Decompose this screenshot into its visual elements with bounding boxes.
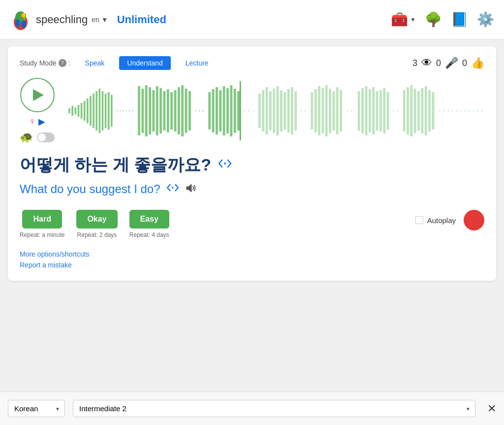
svg-rect-57 — [248, 110, 249, 112]
svg-rect-61 — [266, 87, 268, 134]
svg-rect-106 — [452, 110, 453, 112]
svg-rect-105 — [447, 110, 448, 112]
svg-rect-104 — [443, 110, 444, 112]
stat3-number: 0 — [462, 58, 467, 68]
english-text: What do you suggest I do? — [20, 182, 484, 196]
svg-rect-8 — [68, 108, 70, 113]
svg-rect-95 — [407, 87, 409, 134]
svg-rect-77 — [329, 89, 331, 133]
settings-button[interactable]: ⚙️ — [477, 11, 494, 28]
svg-rect-46 — [202, 110, 203, 112]
header-icons: 🧰 ▼ 🌳 📘 ⚙️ — [391, 11, 494, 28]
easy-rating-col: Easy Repeat: 4 days — [129, 210, 169, 238]
svg-rect-9 — [71, 106, 73, 116]
female-icon[interactable]: ♀ — [29, 116, 36, 127]
svg-rect-99 — [421, 88, 423, 133]
record-button[interactable] — [464, 210, 484, 230]
svg-rect-41 — [181, 85, 184, 136]
lecture-mode-button[interactable]: Lecture — [178, 56, 217, 70]
svg-rect-40 — [178, 87, 180, 134]
waveform-svg — [63, 81, 484, 140]
svg-rect-45 — [199, 110, 200, 112]
svg-rect-110 — [469, 110, 470, 112]
svg-rect-89 — [379, 90, 382, 131]
easy-button[interactable]: Easy — [129, 210, 169, 229]
svg-rect-48 — [212, 89, 215, 132]
svg-rect-42 — [185, 89, 188, 133]
male-icon[interactable]: ▶ — [38, 116, 45, 127]
language-select[interactable]: Korean Japanese Chinese Spanish French — [8, 400, 65, 417]
notebook-button[interactable]: 📘 — [451, 11, 468, 28]
svg-rect-73 — [315, 89, 317, 132]
study-mode-help-icon[interactable]: ? — [59, 59, 66, 67]
code-bracket-icon — [218, 158, 232, 169]
svg-rect-59 — [258, 94, 261, 128]
svg-rect-87 — [372, 87, 375, 134]
svg-rect-67 — [287, 89, 290, 132]
svg-rect-103 — [439, 110, 440, 112]
english-sentence: What do you suggest I do? — [20, 182, 160, 196]
svg-rect-16 — [93, 94, 94, 128]
svg-rect-79 — [336, 87, 339, 134]
svg-rect-27 — [129, 110, 130, 112]
svg-rect-93 — [397, 110, 398, 112]
english-code-icon[interactable] — [166, 183, 179, 196]
more-options-link[interactable]: More options/shortcuts — [20, 250, 484, 258]
svg-rect-62 — [269, 91, 272, 131]
understand-mode-button[interactable]: Understand — [119, 56, 170, 70]
study-mode-row: Study Mode ? : Speak Understand Lecture … — [20, 56, 484, 70]
svg-rect-54 — [234, 89, 236, 133]
hard-rating-col: Hard Repeat: a minute — [20, 210, 64, 238]
svg-rect-69 — [294, 91, 297, 131]
svg-rect-11 — [78, 105, 80, 117]
tools-button[interactable]: 🧰 ▼ — [391, 11, 416, 28]
svg-rect-10 — [74, 107, 76, 114]
hard-button[interactable]: Hard — [22, 210, 62, 229]
audio-area: ♀ ▶ 🐢 — [20, 78, 484, 144]
svg-rect-38 — [170, 92, 173, 130]
tree-button[interactable]: 🌳 — [425, 11, 442, 28]
waveform-container[interactable] — [63, 81, 484, 140]
language-selector[interactable]: en ▼ — [92, 16, 108, 24]
close-button[interactable]: ✕ — [487, 402, 496, 415]
svg-rect-44 — [195, 110, 196, 112]
korean-code-icon[interactable] — [218, 158, 232, 172]
korean-sentence: 어떻게 하는 게 좋을까요? — [20, 154, 211, 176]
svg-rect-72 — [311, 92, 313, 130]
svg-rect-15 — [90, 96, 92, 126]
svg-rect-88 — [376, 91, 378, 131]
play-button[interactable] — [20, 78, 55, 112]
main-wrapper: Study Mode ? : Speak Understand Lecture … — [0, 39, 504, 414]
level-select[interactable]: Beginner 1 Beginner 2 Intermediate 1 Int… — [73, 400, 475, 417]
svg-rect-108 — [460, 110, 461, 112]
svg-rect-60 — [262, 90, 264, 131]
svg-rect-109 — [465, 110, 466, 112]
svg-rect-111 — [473, 110, 474, 112]
study-mode-left: Study Mode ? : Speak Understand Lecture — [20, 56, 216, 70]
svg-rect-13 — [84, 101, 86, 121]
svg-rect-31 — [145, 85, 148, 136]
autoplay-area: Autoplay — [415, 210, 484, 230]
svg-rect-81 — [347, 110, 348, 112]
svg-rect-53 — [230, 85, 232, 136]
svg-rect-32 — [149, 87, 151, 134]
autoplay-checkbox[interactable] — [415, 216, 423, 224]
svg-rect-56 — [243, 110, 244, 112]
stats-area: 3 👁 0 🎤 0 👍 — [412, 57, 484, 69]
sound-button[interactable] — [185, 183, 197, 196]
svg-rect-25 — [123, 110, 124, 112]
sound-icon — [185, 183, 197, 193]
svg-rect-19 — [102, 91, 104, 131]
logo-text: speechling — [36, 13, 88, 26]
svg-rect-100 — [425, 86, 427, 135]
svg-rect-14 — [87, 98, 89, 123]
report-mistake-link[interactable]: Report a mistake — [20, 261, 484, 269]
svg-rect-78 — [332, 91, 335, 131]
svg-rect-43 — [189, 91, 191, 131]
autoplay-label: Autoplay — [427, 216, 456, 225]
speak-mode-button[interactable]: Speak — [77, 56, 113, 70]
okay-button[interactable]: Okay — [76, 210, 117, 229]
svg-rect-83 — [358, 91, 360, 131]
svg-rect-20 — [105, 94, 107, 128]
slow-toggle[interactable] — [37, 132, 55, 142]
